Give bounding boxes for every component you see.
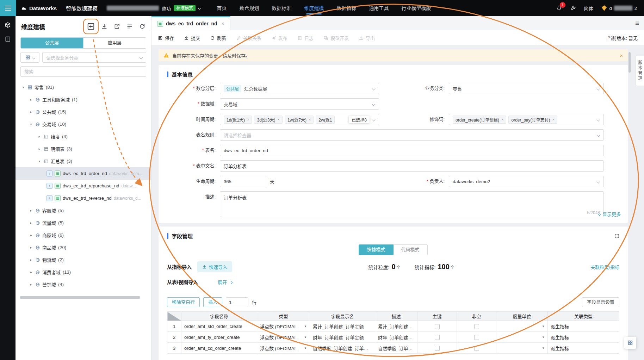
tree-item-retail[interactable]: ▾ 零售 (81) xyxy=(16,81,151,93)
modifier-select[interactable]: order_create(订单创建)× order_pay(订单支付)× xyxy=(449,114,604,125)
cell-relation-type[interactable]: 派生指标 xyxy=(548,332,619,343)
primary-key-checkbox[interactable] xyxy=(435,346,440,351)
user-account[interactable]: d 2 xyxy=(601,5,637,11)
caret-down-icon[interactable]: ▾ xyxy=(21,85,25,89)
not-null-checkbox[interactable] xyxy=(474,335,479,340)
list-view-icon[interactable] xyxy=(126,23,133,30)
tree-item-logistics-domain[interactable]: ▸ 物流域 (2) xyxy=(16,254,151,266)
insert-count-input[interactable] xyxy=(226,297,248,307)
publish-button[interactable]: 发布 xyxy=(271,35,287,41)
log-button[interactable]: 日志 xyxy=(297,35,314,41)
cell-display-name[interactable]: 财年_订单创建_订单金额 xyxy=(310,332,375,343)
caret-right-icon[interactable]: ▸ xyxy=(29,98,33,101)
caret-right-icon[interactable]: ▸ xyxy=(29,270,33,274)
primary-key-checkbox[interactable] xyxy=(435,335,440,340)
nav-industry-templates[interactable]: 行业模型模版 xyxy=(401,0,431,16)
cell-display-name[interactable]: 自然季度_订单创建_订单金额 xyxy=(310,343,375,354)
tree-item-traffic-domain[interactable]: ▸ 流量域 (5) xyxy=(16,217,151,229)
show-more-link[interactable]: 显示更多 xyxy=(598,211,621,217)
cell-relation-type[interactable]: 派生指标 xyxy=(548,321,619,332)
cell-type-select[interactable]: 浮点数 (DECIMAL▼ xyxy=(257,332,310,343)
caret-down-icon[interactable]: ▾ xyxy=(29,122,33,126)
caret-down-icon[interactable]: ▾ xyxy=(37,159,42,163)
quick-mode-button[interactable]: 快捷模式 xyxy=(359,244,393,255)
strip-panel-icon[interactable] xyxy=(5,36,11,42)
widget-grid-button[interactable] xyxy=(624,337,636,349)
cell-type-select[interactable]: 浮点数 (DECIMAL▼ xyxy=(257,321,310,332)
export-share-icon[interactable] xyxy=(114,23,120,30)
cell-description[interactable]: 自然季度_订单创建_订单金额 xyxy=(375,343,417,354)
warehouse-layer-select[interactable]: 公共层 汇总数据层 xyxy=(220,83,379,94)
tree-item-tools-domain[interactable]: ▸ 工具和服务域 (1) xyxy=(16,93,151,106)
tag-remove-icon[interactable]: × xyxy=(277,117,279,122)
relation-button[interactable]: 关联关系 xyxy=(236,35,261,41)
primary-key-checkbox[interactable] xyxy=(435,324,440,329)
refresh-button[interactable]: 刷新 xyxy=(210,35,226,41)
cell-type-select[interactable]: 浮点数 (DECIMAL▼ xyxy=(257,343,310,354)
nav-dimensional-modeling[interactable]: 维度建模 xyxy=(304,0,324,16)
caret-right-icon[interactable]: ▸ xyxy=(37,135,42,138)
submit-button[interactable]: 提交 xyxy=(184,35,200,41)
business-category-select[interactable]: 请选择业务分类 xyxy=(42,52,146,63)
nav-data-metrics[interactable]: 数据指标 xyxy=(336,0,356,16)
cell-unit-select[interactable]: ▼ xyxy=(496,321,548,332)
tree-item-trade-domain[interactable]: ▾ 交易域 (10) xyxy=(16,118,151,130)
tree-item-summary-table[interactable]: ▾ 汇总表 (3) xyxy=(16,155,151,167)
owner-select[interactable]: dataworks_demo2 xyxy=(449,176,604,187)
tree-search-input[interactable] xyxy=(24,69,142,74)
view-mode-select[interactable] xyxy=(20,52,39,63)
save-button[interactable]: 保存 xyxy=(158,35,174,41)
cell-unit-select[interactable]: ▼ xyxy=(496,332,548,343)
import-icon[interactable] xyxy=(101,23,107,30)
field-row-1[interactable]: 1 order_amt_std_order_create 浮点数 (DECIMA… xyxy=(167,321,619,332)
expand-link[interactable]: 展开 xyxy=(218,279,232,285)
tree-item-dws-ec-trd-order-nd[interactable]: ↑ ▦ dws_ec_trd_order_nd dataworks_dem... xyxy=(16,167,151,180)
tree-item-commodity-domain[interactable]: ▸ 商品域 (20) xyxy=(16,241,151,254)
tab-application-layer[interactable]: 应用层 xyxy=(83,38,146,48)
tree-item-dimension[interactable]: ▸ 维度 (4) xyxy=(16,130,151,143)
caret-right-icon[interactable]: ▸ xyxy=(29,233,33,237)
biz-category-select[interactable]: 零售 xyxy=(449,83,604,94)
cell-field-name[interactable]: order_amt_std_order_create xyxy=(181,321,257,332)
tree-item-marketing-domain[interactable]: ▸ 营销域 (4) xyxy=(16,278,151,291)
horizontal-scrollbar[interactable] xyxy=(20,296,140,299)
tree-item-dws-ec-trd-reverse-nd[interactable]: ↑ ▦ dws_ec_trd_reverse_nd dataworks_d... xyxy=(16,192,151,204)
wrench-icon[interactable] xyxy=(570,5,576,11)
code-mode-button[interactable]: 代码模式 xyxy=(394,244,428,255)
not-null-checkbox[interactable] xyxy=(474,324,479,329)
add-model-button[interactable] xyxy=(87,23,95,30)
caret-right-icon[interactable]: ▸ xyxy=(29,246,33,249)
tag-remove-icon[interactable]: × xyxy=(552,117,555,122)
not-null-checkbox[interactable] xyxy=(474,346,479,351)
language-switch[interactable]: 简体 xyxy=(584,5,593,12)
banner-close-icon[interactable]: × xyxy=(620,52,623,58)
tag-remove-icon[interactable]: × xyxy=(309,117,311,122)
table-rule-select[interactable]: 请选择检查器 xyxy=(220,129,604,141)
table-cn-input[interactable] xyxy=(220,160,604,172)
caret-right-icon[interactable]: ▸ xyxy=(29,258,33,262)
caret-right-icon[interactable]: ▸ xyxy=(29,221,33,225)
field-display-settings-button[interactable]: 字段显示设置 xyxy=(582,297,619,307)
caret-right-icon[interactable]: ▸ xyxy=(29,209,33,212)
tree-item-detail-table[interactable]: ▸ 明细表 (3) xyxy=(16,143,151,155)
tab-public-layer[interactable]: 公共层 xyxy=(21,38,83,48)
tree-item-dws-ec-trd-repurchase-nd[interactable]: ↑ ▦ dws_ec_trd_repurchase_nd dataw... xyxy=(16,180,151,192)
fullscreen-icon[interactable] xyxy=(614,234,619,238)
nav-common-tools[interactable]: 通用工具 xyxy=(369,0,389,16)
table-name-input[interactable] xyxy=(220,145,604,156)
cell-field-name[interactable]: order_amt_cq_order_create xyxy=(181,343,257,354)
workspace-selector[interactable]: 整功 标准模式 xyxy=(107,5,200,12)
tree-item-merchant-domain[interactable]: ▸ 商家域 (6) xyxy=(16,229,151,241)
tab-close-icon[interactable]: × xyxy=(222,21,224,26)
select-all-corner[interactable] xyxy=(167,312,181,321)
tag-remove-icon[interactable]: × xyxy=(247,117,249,122)
brand[interactable]: DataWorks xyxy=(16,5,63,11)
cell-field-name[interactable]: order_amt_fy_order_create xyxy=(181,332,257,343)
nav-warehouse-planning[interactable]: 数仓规划 xyxy=(239,0,259,16)
nav-home[interactable]: 首页 xyxy=(217,0,227,16)
time-period-select[interactable]: 1d(近1天)× 3d(近3天)× 1w(近7天)× 2w(近1 已选择8 xyxy=(220,114,379,125)
data-domain-select[interactable]: 交易域 xyxy=(220,98,379,110)
tag-remove-icon[interactable]: × xyxy=(501,117,503,122)
description-textarea[interactable]: 订单分析表 5/2048 xyxy=(220,191,604,217)
cell-relation-type[interactable]: 派生指标 xyxy=(548,343,619,354)
